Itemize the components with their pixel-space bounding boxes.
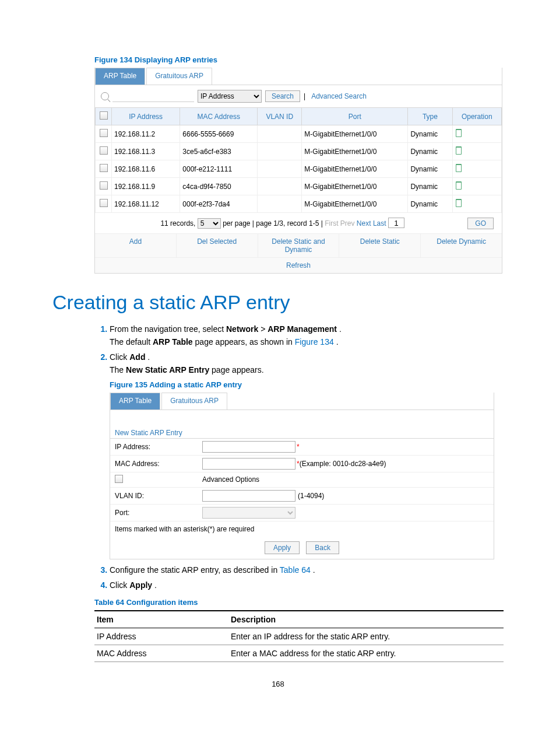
ip-address-input[interactable] <box>202 441 295 453</box>
vlan-id-input[interactable] <box>202 490 295 502</box>
add-button[interactable]: Add <box>95 234 177 257</box>
step-4: Click Apply . <box>110 580 504 590</box>
mac-example: (Example: 0010-dc28-a4e9) <box>300 460 386 468</box>
cell-ip: 192.168.11.12 <box>112 195 180 213</box>
table-64-link[interactable]: Table 64 <box>280 565 311 575</box>
step2-bold: Add <box>129 352 145 362</box>
pager-text: per page | page 1/3, record 1-5 | <box>223 219 323 228</box>
cell-vlan <box>258 195 302 213</box>
step-3: Configure the static ARP entry, as descr… <box>110 565 504 575</box>
search-icon <box>101 92 109 100</box>
step2-pre: Click <box>110 352 129 362</box>
tab-bar-2: ARP Table Gratuitous ARP <box>110 393 494 410</box>
row-checkbox[interactable] <box>100 199 108 207</box>
cell-vlan <box>258 125 302 143</box>
del-static-dynamic-button[interactable]: Delete Static and Dynamic <box>258 234 340 257</box>
action-bar: Add Del Selected Delete Static and Dynam… <box>95 233 502 257</box>
back-button[interactable]: Back <box>306 541 339 554</box>
row-checkbox[interactable] <box>100 146 108 155</box>
cell-type: Dynamic <box>408 195 452 213</box>
separator: | <box>304 92 305 100</box>
del-selected-button[interactable]: Del Selected <box>177 234 258 257</box>
step1b-pre: The default <box>110 337 153 346</box>
del-dynamic-button[interactable]: Delete Dynamic <box>421 234 502 257</box>
search-input[interactable] <box>112 90 194 102</box>
delete-icon[interactable] <box>455 146 462 155</box>
cell-port: M-GigabitEthernet1/0/0 <box>302 178 408 195</box>
records-text: 11 records, <box>160 219 195 228</box>
table-row: MAC AddressEnter a MAC address for the s… <box>94 645 504 662</box>
del-static-button[interactable]: Delete Static <box>339 234 421 257</box>
delete-icon[interactable] <box>455 129 462 137</box>
arp-table-screenshot: ARP Table Gratuitous ARP IP Address Sear… <box>94 68 502 274</box>
delete-icon[interactable] <box>455 181 462 190</box>
delete-icon[interactable] <box>455 164 462 172</box>
tab-arp-table[interactable]: ARP Table <box>95 68 145 85</box>
step2-end: . <box>147 352 150 362</box>
step4-pre: Click <box>110 580 129 590</box>
cell-mac: 3ce5-a6cf-e383 <box>180 143 258 160</box>
configuration-items-table: Item Description IP AddressEnter an IP a… <box>94 610 504 662</box>
cell-vlan <box>258 160 302 178</box>
form-title: New Static ARP Entry <box>110 423 494 439</box>
figure-134-link[interactable]: Figure 134 <box>295 337 334 346</box>
cell-type: Dynamic <box>408 160 452 178</box>
col-port[interactable]: Port <box>302 108 408 125</box>
col-mac[interactable]: MAC Address <box>180 108 258 125</box>
row-checkbox[interactable] <box>100 181 108 190</box>
advanced-options-checkbox[interactable] <box>115 475 123 483</box>
table-row: 192.168.11.26666-5555-6669M-GigabitEther… <box>96 125 502 143</box>
figure-134-caption: Figure 134 Displaying ARP entries <box>94 55 504 64</box>
search-button[interactable]: Search <box>265 90 300 102</box>
cell-mac: 000f-e2f3-7da4 <box>180 195 258 213</box>
delete-icon[interactable] <box>455 199 462 207</box>
nav-network: Network <box>226 324 258 334</box>
cell-vlan <box>258 143 302 160</box>
cell-mac: 000f-e212-1111 <box>180 160 258 178</box>
step1b-bold: ARP Table <box>153 337 193 346</box>
step4-bold: Apply <box>129 580 152 590</box>
cell-mac: 6666-5555-6669 <box>180 125 258 143</box>
cell-mac: c4ca-d9f4-7850 <box>180 178 258 195</box>
per-page-select[interactable]: 5 <box>198 218 221 229</box>
cell-type: Dynamic <box>408 125 452 143</box>
section-heading: Creating a static ARP entry <box>52 291 504 314</box>
step1b-end: . <box>336 337 339 346</box>
page-input[interactable] <box>388 218 404 228</box>
advanced-search-link[interactable]: Advanced Search <box>311 92 367 100</box>
row-checkbox[interactable] <box>100 164 108 172</box>
required-footnote: Items marked with an asterisk(*) are req… <box>110 522 494 537</box>
cell-port: M-GigabitEthernet1/0/0 <box>302 195 408 213</box>
tab-bar: ARP Table Gratuitous ARP <box>95 68 502 85</box>
step4-end: . <box>154 580 157 590</box>
pager-next[interactable]: Next <box>357 219 371 228</box>
vlan-id-label: VLAN ID: <box>115 492 202 500</box>
col-operation: Operation <box>452 108 501 125</box>
table-row: 192.168.11.12000f-e2f3-7da4M-GigabitEthe… <box>96 195 502 213</box>
apply-button[interactable]: Apply <box>265 541 300 554</box>
figure-135-caption: Figure 135 Adding a static ARP entry <box>110 380 504 389</box>
row-checkbox[interactable] <box>100 129 108 137</box>
tab-arp-table-2[interactable]: ARP Table <box>110 393 160 410</box>
step3-pre: Configure the static ARP entry, as descr… <box>110 565 280 575</box>
search-field-select[interactable]: IP Address <box>198 90 262 103</box>
port-select[interactable] <box>202 507 295 519</box>
cell-ip: 192.168.11.9 <box>112 178 180 195</box>
ip-address-label: IP Address: <box>115 443 202 451</box>
mac-address-input[interactable] <box>202 458 295 470</box>
pager-prev: Prev <box>340 219 355 228</box>
tab-gratuitous-arp[interactable]: Gratuitous ARP <box>146 68 212 85</box>
step-2: Click Add . The New Static ARP Entry pag… <box>110 352 504 559</box>
mac-address-label: MAC Address: <box>115 460 202 468</box>
select-all-checkbox[interactable] <box>100 111 108 120</box>
refresh-button[interactable]: Refresh <box>95 257 502 273</box>
go-button[interactable]: GO <box>467 218 494 229</box>
col-ip[interactable]: IP Address <box>112 108 180 125</box>
pager-last[interactable]: Last <box>373 219 386 228</box>
tab-gratuitous-arp-2[interactable]: Gratuitous ARP <box>161 393 227 410</box>
nav-arp-management: ARP Management <box>268 324 337 334</box>
step-1: From the navigation tree, select Network… <box>110 324 504 346</box>
col-type[interactable]: Type <box>408 108 452 125</box>
col-vlan[interactable]: VLAN ID <box>258 108 302 125</box>
cell-port: M-GigabitEthernet1/0/0 <box>302 160 408 178</box>
